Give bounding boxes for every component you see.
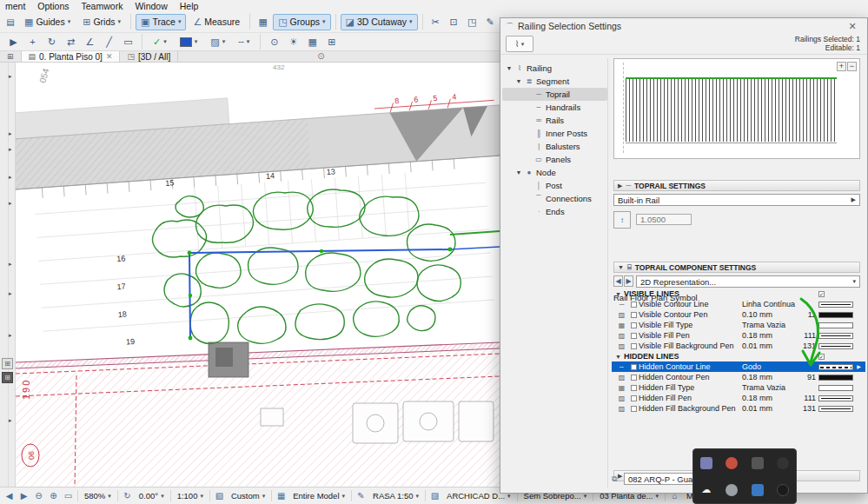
close-icon[interactable]: ✕ [843,21,862,32]
tray-icon-shield[interactable] [752,484,764,496]
table-row[interactable]: ▨Hidden Fill Pen0.18 mm111 [612,393,865,403]
override-checkbox[interactable] [631,302,637,308]
palette-expand-icon[interactable]: ▸ [9,290,12,297]
coords-icon[interactable]: ⊞ [323,34,340,50]
group-expander-icon[interactable]: ▼ [615,354,624,360]
override-checkbox[interactable] [631,333,637,339]
rail-type-dropdown[interactable]: Built-in Rail ▶ [613,194,860,206]
tree-item-toprail[interactable]: ─Toprail [502,88,607,101]
height-field[interactable]: 1.0500 [636,214,692,225]
attribute-preview[interactable] [818,375,853,381]
zoom-in-icon[interactable]: ⊕ [48,491,59,501]
override-checkbox[interactable] [631,364,637,370]
attribute-value[interactable]: Trama Vazia [742,321,798,329]
line-type-dropdown[interactable]: ╌▾ [233,34,255,50]
guides-button[interactable]: ▦Guides▾ [19,14,76,30]
menu-item-help[interactable]: Help [175,1,204,11]
attribute-value[interactable]: Linha Contínua [742,300,798,308]
tray-icon-app5[interactable] [726,484,738,496]
attribute-preview[interactable] [818,333,853,339]
attribute-preview[interactable] [818,395,853,401]
palette-expand-icon[interactable]: ▸ [9,261,12,268]
tree-item-handrails[interactable]: ╌Handrails [502,101,607,114]
palette-expand-icon[interactable]: ▸ [9,200,12,207]
rotate-icon[interactable]: ↻ [43,34,60,50]
override-checkbox[interactable] [631,312,637,318]
attribute-preview[interactable] [818,385,853,391]
orientation-dropdown[interactable]: 0.00°▾ [136,490,167,501]
tree-item-railing[interactable]: ▼⌇Railing [502,62,607,75]
pen-set-dropdown[interactable]: RASA 1:50▾ [370,490,421,501]
nav-forward-icon[interactable]: ▶ [18,491,30,501]
zoom-out-icon[interactable]: − [847,62,857,71]
fill-type-dropdown[interactable]: ▨▾ [205,34,230,50]
table-row[interactable]: ▨Visible Fill Background Pen0.01 mm131 [612,341,865,351]
attribute-value[interactable]: 0.18 mm [742,373,798,381]
tree-expander-icon[interactable]: ▼ [515,169,522,176]
menu-item-options[interactable]: Options [32,1,74,11]
attribute-preview[interactable] [818,364,853,370]
rect-tool-icon[interactable]: ▭ [120,34,136,50]
grid-snap-button-active[interactable]: ⊞ [2,372,13,383]
palette-expand-icon[interactable]: ▸ [9,130,12,137]
override-checkbox[interactable] [631,375,637,381]
tree-item-inner-posts[interactable]: ║Inner Posts [502,127,607,140]
tray-icon-app6[interactable] [777,484,789,496]
renovation-filter-dropdown[interactable]: Custom▾ [229,490,268,501]
tree-item-panels[interactable]: ▭Panels [502,153,607,166]
measure-button[interactable]: ∠Measure [188,14,245,30]
palette-expand-icon[interactable]: ▸ [9,73,12,80]
prev-page-icon[interactable]: ◀ [613,275,623,287]
menu-item-window[interactable]: Window [129,1,172,11]
table-row[interactable]: ▨Visible Contour Pen0.10 mm11 [612,309,865,320]
override-checkbox[interactable] [631,343,637,349]
trace-button[interactable]: ▣Trace▾ [136,14,186,30]
tree-expander-icon[interactable]: ▼ [515,78,522,84]
next-page-icon[interactable]: ▶ [624,275,633,287]
tab-grid-icon-button[interactable]: ⊞ [0,51,22,62]
override-checkbox[interactable] [631,385,637,391]
table-row[interactable]: ▦Visible Fill TypeTrama Vazia [612,320,865,330]
tab-plan[interactable]: ▤ 0. Planta Piso 0] ✕ [22,51,121,62]
group-checkbox[interactable]: ✓ [818,354,825,360]
override-checkbox[interactable] [631,406,637,412]
override-checkbox[interactable] [631,395,637,401]
linetype-dropdown-icon[interactable]: ▶ [855,363,863,371]
angle-icon[interactable]: ∠ [82,34,98,50]
pencil-icon[interactable]: ✎ [482,14,499,30]
attribute-preview[interactable] [818,312,853,318]
mirror-icon[interactable]: ⇄ [63,34,79,50]
cutaway-button[interactable]: ◪3D Cutaway▾ [341,14,418,30]
marquee-icon[interactable]: ⊡ [446,14,462,30]
attribute-preview[interactable] [818,322,853,328]
tree-item-post[interactable]: │Post [502,179,607,192]
groups-button[interactable]: ◳Groups▾ [273,14,330,30]
attribute-value[interactable]: 0.18 mm [742,394,798,402]
table-row[interactable]: ╌Hidden Contour LineGodo▶ [612,361,865,372]
group-expander-icon[interactable]: ▼ [615,291,624,297]
close-tab-icon[interactable]: ✕ [106,52,113,61]
attribute-value[interactable]: 0.10 mm [742,310,798,319]
tray-icon-app4[interactable] [777,457,789,469]
layers-icon[interactable]: ▦ [304,34,321,50]
fit-view-icon[interactable]: ▭ [63,491,74,501]
representation-dropdown[interactable]: 2D Representation... ▾ [636,275,860,288]
arrow-tool-icon[interactable]: ▶ [5,34,22,50]
tree-item-connections[interactable]: ⌒Connections [502,192,607,205]
tree-expander-icon[interactable]: ▼ [506,65,513,71]
attribute-value[interactable]: Trama Vazia [742,383,798,392]
plan-canvas[interactable]: 8 6 5 4 15 14 13 [16,63,500,487]
rotate-view-icon[interactable]: ↻ [122,491,133,501]
palette-expand-icon[interactable]: ▸ [9,417,12,424]
zoom-out-icon[interactable]: ⊖ [33,491,44,501]
attribute-value[interactable]: 0.18 mm [742,331,798,340]
palette-expand-icon[interactable]: ▸ [9,146,12,153]
override-checkbox[interactable] [631,322,637,328]
table-row[interactable]: ▨Visible Fill Pen0.18 mm111 [612,330,865,341]
section-component-settings[interactable]: ▼ ⌸ TOPRAIL COMPONENT SETTINGS [613,262,860,273]
table-group-row[interactable]: ▼HIDDEN LINES✓ [612,351,865,361]
tray-icon-app1[interactable] [700,457,712,469]
corner-window-icon[interactable]: ◳ [464,14,480,30]
attribute-preview[interactable] [818,302,853,308]
attribute-value[interactable]: Godo [742,362,798,371]
